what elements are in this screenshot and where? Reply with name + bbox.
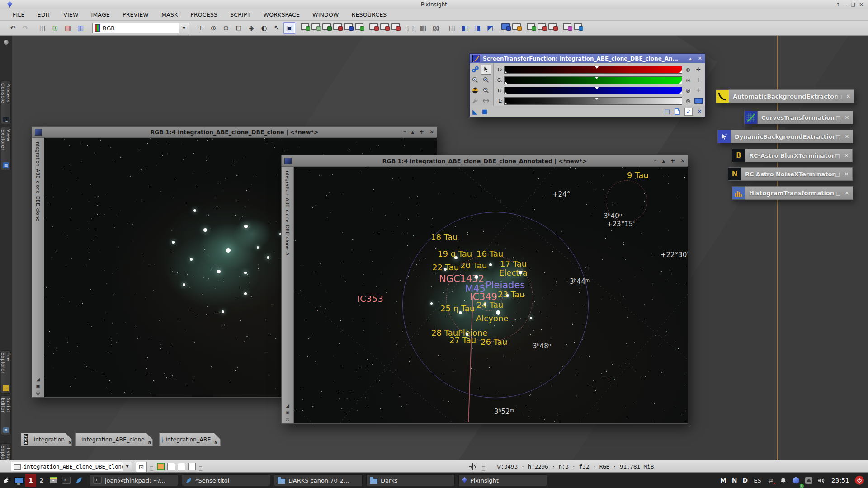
screen-layout3-icon[interactable]: ▧ (430, 22, 442, 34)
track-view-square-icon[interactable]: ■ (482, 108, 487, 115)
screen-color-profile-icon[interactable] (562, 23, 571, 30)
updates-available-icon[interactable] (790, 474, 802, 487)
process-close-button[interactable]: ✕ (846, 94, 850, 99)
zoom-out-mode-icon[interactable]: ⊖ (220, 22, 232, 34)
tray-letter-n[interactable]: N (732, 477, 737, 484)
process-icon-histogramtransformation[interactable]: HistogramTransformation □ ✕ (732, 186, 853, 200)
process-icon-noisexterminator[interactable]: N RC Astro NoiseXTerminator □ ✕ (728, 167, 853, 181)
pan-mode-icon[interactable]: + (195, 22, 207, 34)
workspace-2-button[interactable]: 2 (36, 474, 47, 487)
image-window-annotated[interactable]: RGB 1:4 integration_ABE_clone_DBE_clone_… (281, 155, 688, 424)
archive-launcher-icon[interactable]: – (47, 474, 59, 487)
image-window-titlebar[interactable]: RGB 1:4 integration_ABE_clone_DBE_clone_… (282, 155, 688, 167)
window-close-button[interactable]: ✕ (680, 158, 685, 164)
stf-gradient-bar[interactable] (504, 87, 682, 94)
screen-layout2-icon[interactable]: ▦ (417, 22, 429, 34)
chevron-down-icon[interactable]: ▼ (123, 462, 132, 471)
taskbar-button-pixinsight[interactable]: PixInsight (458, 474, 547, 486)
readout-swatch[interactable] (167, 463, 175, 470)
taskbar-button-joan-thinkpad-[interactable]: ›_ joan@thinkpad: ~/... (90, 474, 178, 486)
view-selector-strip[interactable]: integration_ABE_clone_DBE_clone ◢ ▣ ◎ (32, 138, 44, 397)
image-canvas[interactable]: 9 Tau+24°3ʰ40ᵐ+23°15'+22°30'18 Tau19 q T… (294, 167, 688, 423)
frame-icon[interactable]: ▣ (285, 410, 289, 415)
color-management-setup-icon[interactable] (573, 23, 582, 30)
zoom-in-view-icon[interactable] (322, 23, 331, 30)
chevron-down-icon[interactable]: ▼ (179, 23, 189, 33)
process-restore-button[interactable]: □ (835, 171, 840, 177)
fit-views-icon[interactable] (354, 23, 363, 30)
fit-window-icon[interactable]: ⊡ (233, 22, 245, 34)
process-icon-dynamicbackgroundextraction[interactable]: DynamicBackgroundExtraction □ ✕ (717, 130, 853, 143)
crosshair-readout-icon[interactable] (469, 463, 476, 470)
statusbar-grip[interactable] (150, 463, 153, 471)
browse-documentation-icon[interactable] (675, 108, 680, 115)
screen-mode-button[interactable]: ⊡ (136, 462, 147, 472)
horizontal-range-icon[interactable] (481, 96, 491, 105)
tray-letter-m[interactable]: M (720, 477, 726, 484)
menu-window[interactable]: WINDOW (306, 9, 345, 20)
next-view-icon[interactable] (380, 23, 389, 30)
menu-view[interactable]: VIEW (57, 9, 85, 20)
tray-letter-d[interactable]: D (743, 477, 748, 484)
keyboard-layout-indicator[interactable]: ES (754, 477, 761, 484)
process-close-button[interactable]: ✕ (844, 171, 849, 177)
process-restore-button[interactable]: □ (835, 190, 840, 196)
show-desktop-icon[interactable] (13, 474, 25, 487)
wrench-settings-icon[interactable] (471, 96, 480, 105)
right-panel-icon[interactable]: ◨ (472, 22, 483, 34)
volume-icon[interactable] (816, 474, 827, 487)
process-icon-blurxterminator[interactable]: B RC-Astro BlurXTerminator □ ✕ (732, 149, 853, 162)
process-icon-curvestransformation[interactable]: CurvesTransformation □ ✕ (744, 111, 853, 124)
screen-layout1-icon[interactable]: ▤ (405, 22, 416, 34)
new-preview-icon[interactable]: ◫ (37, 22, 48, 34)
stf-titlebar[interactable]: ScreenTransferFunction: integration_ABE_… (470, 54, 705, 63)
left-panel-icon[interactable]: ◧ (459, 22, 471, 34)
taskbar-button--sense-t-tol[interactable]: *Sense títol (182, 474, 270, 486)
frame-icon[interactable]: ▣ (36, 384, 40, 389)
channel-selector-combo[interactable]: RGB ▼ (92, 23, 189, 33)
dynamic-operation-icon[interactable]: ◐ (258, 22, 270, 34)
screen-transfer-function-dialog[interactable]: ScreenTransferFunction: integration_ABE_… (469, 53, 705, 117)
cursor-readout-icon[interactable] (344, 23, 353, 30)
iconized-window-integration_ABE_clone[interactable]: integration_ABE_clone N (75, 433, 153, 446)
window-close-button[interactable]: ✕ (429, 129, 434, 135)
enable-checkbox[interactable]: ✓ (684, 108, 693, 116)
process-restore-button[interactable]: □ (835, 115, 840, 121)
stf-screen-icon[interactable] (694, 97, 703, 105)
stf-auto-stretch-icon[interactable] (526, 23, 535, 30)
target-icon[interactable]: ◎ (36, 390, 40, 395)
split-workspace-icon[interactable]: ◫ (446, 22, 458, 34)
image-window-titlebar[interactable]: RGB 1:4 integration_ABE_clone_DBE_clone … (32, 127, 437, 138)
window-shade-button[interactable]: ▴ (411, 129, 414, 135)
stf-reset-channel-icon[interactable]: ⊗ (684, 86, 693, 94)
process-restore-button[interactable]: □ (835, 153, 840, 159)
select-mode-icon[interactable]: ↖ (271, 22, 283, 34)
view-lock-icon[interactable] (300, 23, 309, 30)
taskbar-button-darks[interactable]: Darks (366, 474, 455, 486)
readout-swatch[interactable] (188, 463, 196, 470)
terminal-launcher-icon[interactable]: ›_ (60, 474, 72, 487)
stf-gradient-bar[interactable] (504, 76, 682, 84)
statusbar-grip[interactable] (482, 463, 485, 471)
workspace-1-button[interactable]: 1 (25, 474, 36, 487)
power-button-icon[interactable] (854, 474, 865, 487)
stf-gradient-bar[interactable] (504, 66, 682, 74)
iconized-window-integration[interactable]: XISF integration N (21, 433, 72, 446)
process-close-button[interactable]: ✕ (844, 153, 849, 159)
menu-process[interactable]: PROCESS (184, 9, 224, 20)
menu-script[interactable]: SCRIPT (224, 9, 257, 20)
previous-view-icon[interactable] (369, 23, 378, 30)
clock[interactable]: 23:51 (831, 477, 849, 484)
stf-enabled-icon[interactable] (501, 23, 510, 30)
shrink-dialog-icon[interactable]: ✕ (697, 108, 702, 115)
sidebar-tab-process-console[interactable]: Process Console ›_ (1, 81, 11, 124)
process-close-button[interactable]: ✕ (845, 115, 849, 121)
process-close-button[interactable]: ✕ (845, 134, 849, 140)
network-status-icon[interactable]: ⇄ × (765, 474, 777, 487)
menu-image[interactable]: IMAGE (85, 9, 116, 20)
duplicate-image-icon[interactable]: ⊞ (49, 22, 61, 34)
stf-boost-icon[interactable] (512, 23, 521, 30)
stf-edit-channel-icon[interactable]: ✛ (694, 86, 703, 94)
zoom-in-icon[interactable] (481, 75, 491, 84)
menu-edit[interactable]: EDIT (31, 9, 57, 20)
